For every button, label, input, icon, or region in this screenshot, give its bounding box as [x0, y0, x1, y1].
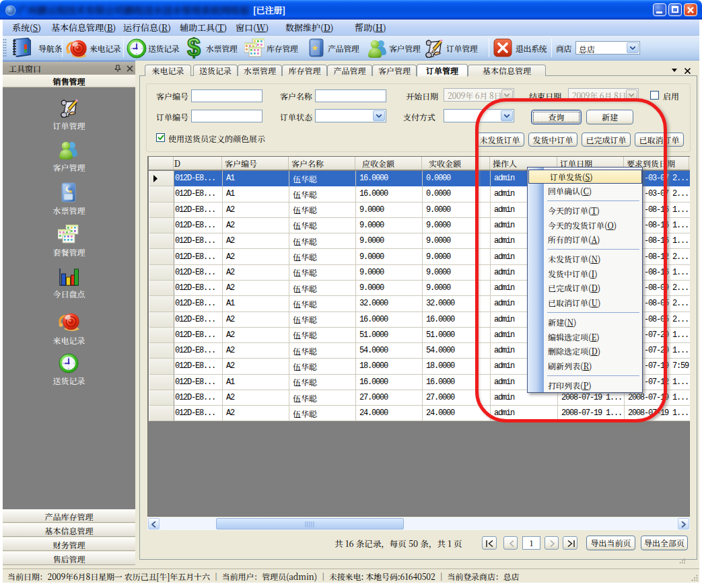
- svg-text:$: $: [187, 37, 201, 59]
